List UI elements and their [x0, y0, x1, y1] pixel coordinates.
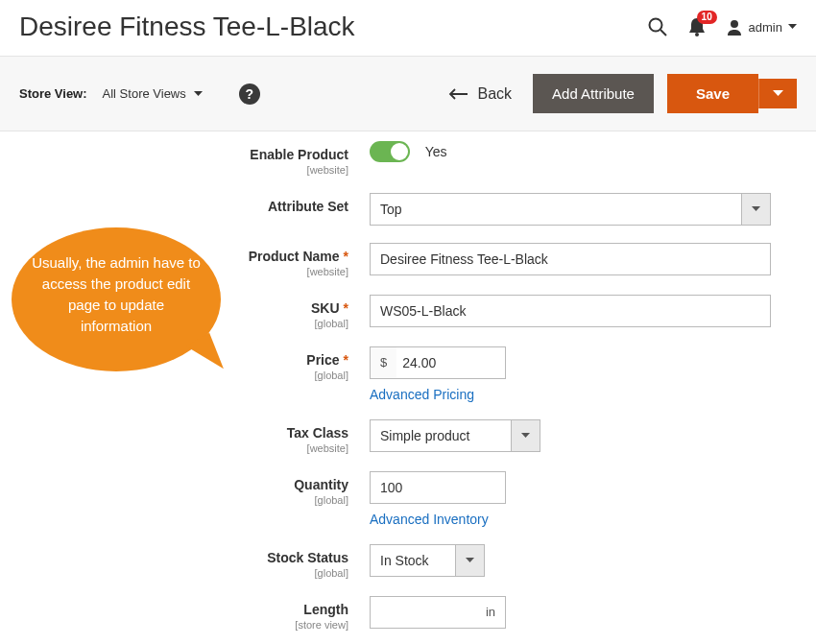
- row-attribute-set: Attribute Set Top: [29, 193, 787, 226]
- stock-status-select[interactable]: In Stock: [370, 544, 485, 577]
- back-label: Back: [477, 85, 512, 103]
- price-input-group: $: [370, 346, 506, 379]
- callout-text: Usually, the admin have to access the pr…: [31, 252, 202, 337]
- scope-stock-status: [global]: [29, 567, 348, 579]
- sku-input[interactable]: [370, 295, 771, 327]
- label-quantity: Quantity: [294, 477, 348, 492]
- enable-product-toggle[interactable]: [370, 141, 410, 162]
- tax-class-select[interactable]: Simple product: [370, 419, 540, 452]
- scope-length: [store view]: [29, 619, 348, 631]
- chevron-down-icon: [194, 91, 203, 97]
- stock-status-value: In Stock: [371, 545, 455, 576]
- label-price: Price*: [306, 352, 348, 368]
- save-menu-toggle[interactable]: [758, 79, 797, 108]
- page-header: Desiree Fitness Tee-L-Black 10 admin: [0, 0, 816, 56]
- row-length: Length [store view] in: [29, 596, 787, 631]
- label-enable: Enable Product: [250, 147, 348, 162]
- user-menu[interactable]: admin: [726, 18, 797, 36]
- scope-enable: [website]: [29, 164, 348, 176]
- notifications-icon[interactable]: 10: [687, 16, 707, 37]
- page-title: Desiree Fitness Tee-L-Black: [19, 12, 355, 42]
- enable-value-text: Yes: [425, 144, 447, 159]
- label-length: Length: [303, 602, 348, 617]
- store-view-switcher[interactable]: All Store Views: [103, 86, 203, 101]
- store-view-label: Store View:: [19, 86, 87, 101]
- label-sku: SKU*: [311, 300, 348, 316]
- label-attribute-set: Attribute Set: [268, 199, 348, 214]
- chevron-down-icon: [511, 420, 540, 451]
- attribute-set-select[interactable]: Top: [370, 193, 771, 226]
- chevron-down-icon: [773, 90, 783, 97]
- store-view-value: All Store Views: [103, 86, 186, 101]
- user-icon: [726, 18, 743, 36]
- arrow-left-icon: [448, 88, 468, 100]
- svg-point-2: [695, 33, 699, 36]
- info-callout: Usually, the admin have to access the pr…: [12, 227, 221, 371]
- notifications-badge: 10: [697, 11, 717, 24]
- label-tax-class: Tax Class: [287, 425, 348, 441]
- help-icon[interactable]: ?: [239, 83, 260, 105]
- search-icon[interactable]: [647, 16, 668, 37]
- label-stock-status: Stock Status: [267, 550, 348, 565]
- header-actions: 10 admin: [647, 16, 797, 37]
- chevron-down-icon: [788, 24, 797, 30]
- add-attribute-button[interactable]: Add Attribute: [533, 74, 654, 113]
- toolbar: Store View: All Store Views ? Back Add A…: [0, 56, 816, 131]
- chevron-down-icon: [741, 194, 770, 225]
- svg-line-1: [660, 30, 666, 36]
- tax-class-value: Simple product: [371, 420, 511, 451]
- product-name-input[interactable]: [370, 243, 771, 275]
- row-enable-product: Enable Product [website] Yes: [29, 141, 787, 176]
- currency-symbol: $: [371, 347, 396, 378]
- save-button[interactable]: Save: [667, 74, 758, 113]
- user-label: admin: [749, 20, 782, 35]
- back-button[interactable]: Back: [448, 85, 512, 103]
- length-unit: in: [476, 597, 505, 628]
- label-product-name: Product Name*: [249, 249, 348, 264]
- row-tax-class: Tax Class [website] Simple product: [29, 419, 787, 454]
- chevron-down-icon: [455, 545, 484, 576]
- length-input-group: in: [370, 596, 506, 629]
- scope-tax-class: [website]: [29, 442, 348, 454]
- row-quantity: Quantity [global] Advanced Inventory: [29, 471, 787, 527]
- scope-price: [global]: [29, 370, 348, 381]
- price-input[interactable]: [396, 347, 505, 378]
- quantity-input[interactable]: [370, 471, 506, 504]
- attribute-set-value: Top: [371, 194, 741, 225]
- length-input[interactable]: [371, 597, 476, 628]
- row-stock-status: Stock Status [global] In Stock: [29, 544, 787, 579]
- scope-quantity: [global]: [29, 494, 348, 506]
- product-form: Usually, the admin have to access the pr…: [0, 131, 816, 644]
- advanced-inventory-link[interactable]: Advanced Inventory: [370, 512, 489, 527]
- svg-point-0: [649, 19, 661, 32]
- advanced-pricing-link[interactable]: Advanced Pricing: [370, 387, 474, 402]
